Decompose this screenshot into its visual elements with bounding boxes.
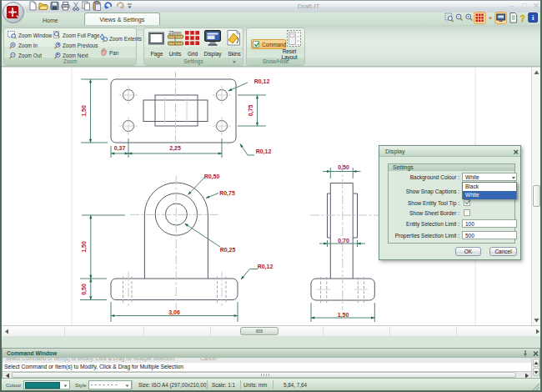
svg-text:1,50: 1,50: [81, 105, 88, 117]
svg-text:0,75: 0,75: [248, 105, 254, 117]
svg-text:R0,75: R0,75: [219, 190, 235, 197]
svg-text:R0,12: R0,12: [258, 264, 274, 270]
svg-text:1,50: 1,50: [81, 241, 88, 253]
svg-text:25mm: 25mm: [168, 30, 182, 35]
svg-text:R0,50: R0,50: [204, 173, 220, 180]
svg-text:R0,12: R0,12: [254, 78, 270, 85]
svg-text:0,50: 0,50: [338, 164, 349, 171]
svg-text:0,37: 0,37: [114, 145, 126, 152]
svg-text:R0,12: R0,12: [256, 148, 272, 155]
svg-text:?: ?: [520, 13, 526, 23]
svg-text:2,25: 2,25: [169, 145, 181, 152]
svg-text:1,50: 1,50: [338, 312, 349, 319]
svg-text:0,70: 0,70: [338, 238, 349, 244]
svg-text:R0,25: R0,25: [220, 247, 236, 254]
svg-text:0,50: 0,50: [81, 284, 88, 295]
svg-text:3,06: 3,06: [168, 309, 180, 316]
